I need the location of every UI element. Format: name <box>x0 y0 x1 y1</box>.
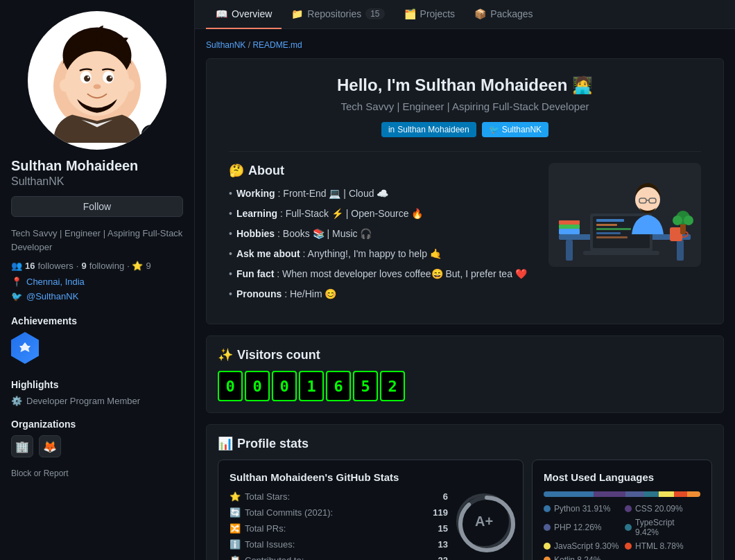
linkedin-badge[interactable]: in Sulthan Mohaideen <box>381 122 476 137</box>
svg-rect-14 <box>677 240 684 261</box>
digit-5: 5 <box>353 371 378 401</box>
issues-value: 13 <box>438 539 448 550</box>
contributed-icon: 📋 <box>230 555 241 560</box>
follow-button[interactable]: Follow <box>11 196 183 217</box>
achievements-list <box>11 332 183 364</box>
about-learning: Learning : Full-Stack ⚡ | Open-Source 🔥 <box>229 207 537 221</box>
about-hobbies: Hobbies : Books 📚 | Music 🎧 <box>229 227 537 241</box>
location-row: 📍 Chennai, India <box>11 277 183 287</box>
kotlin-bar-segment <box>687 491 700 497</box>
overview-icon: 📖 <box>216 8 227 19</box>
about-working: Working : Front-End 💻 | Cloud ☁️ <box>229 186 537 201</box>
about-ask: Ask me about : Anything!, I'm happy to h… <box>229 247 537 261</box>
svg-rect-30 <box>559 229 580 234</box>
org-icon-2[interactable]: 🦊 <box>39 435 61 457</box>
svg-point-2 <box>64 51 130 116</box>
location-link[interactable]: Chennai, India <box>26 277 85 287</box>
readme-breadcrumb: SulthanNK / README.md <box>206 40 724 50</box>
svg-rect-19 <box>596 228 631 230</box>
about-left: 🤔 About Working : Front-End 💻 | Cloud ☁️… <box>229 163 537 307</box>
followers-count[interactable]: 16 <box>25 261 35 271</box>
stats-card-title: Sulthan Mohaideen's GitHub Stats <box>230 471 448 483</box>
svg-point-34 <box>684 216 693 225</box>
kotlin-dot <box>544 557 551 560</box>
dev-illustration-box <box>548 163 701 267</box>
twitter-link[interactable]: @SulthanNK <box>26 291 78 301</box>
about-section: 🤔 About Working : Front-End 💻 | Cloud ☁️… <box>229 151 701 307</box>
svg-point-11 <box>125 79 135 91</box>
svg-point-10 <box>60 79 69 91</box>
organizations-list: 🏢 🦊 <box>11 435 183 457</box>
bar-chart-icon: 📊 <box>218 436 233 451</box>
visitors-label: Visitors count <box>237 348 320 362</box>
digit-1: 0 <box>245 371 270 401</box>
overview-label: Overview <box>232 8 272 19</box>
lang-python: Python 31.91% <box>544 504 619 514</box>
commits-label: 🔄 Total Commits (2021): <box>230 507 333 518</box>
stars-value: 6 <box>443 491 448 502</box>
lang-php: PHP 12.26% <box>544 518 619 537</box>
followers-row: 👥 16 followers · 9 following · ⭐ 9 <box>11 261 183 271</box>
profile-name: Sulthan Mohaideen <box>11 158 183 174</box>
contributed-value: 22 <box>438 555 448 560</box>
python-label: Python 31.91% <box>554 504 610 514</box>
repositories-badge: 15 <box>365 8 384 19</box>
profile-stats-label: Profile stats <box>237 437 309 451</box>
js-label: JavaScript 9.30% <box>554 541 619 551</box>
achievements-heading: Achievements <box>11 315 183 326</box>
svg-point-8 <box>110 76 112 78</box>
svg-rect-28 <box>559 220 580 225</box>
twitter-row: 🐦 @SulthanNK <box>11 291 183 301</box>
star-icon: ⭐ <box>230 491 241 502</box>
stars-label: ⭐ Total Stars: <box>230 491 290 502</box>
profile-stats-section: 📊 Profile stats Sulthan Mohaideen's GitH… <box>206 424 724 560</box>
twitter-badge[interactable]: 🐦 SulthanNK <box>482 122 548 137</box>
html-dot <box>625 543 632 550</box>
profile-bio: Tech Savvy | Engineer | Aspiring Full-St… <box>11 227 183 254</box>
tab-packages[interactable]: 📦 Packages <box>465 0 542 29</box>
digit-6: 2 <box>380 371 405 401</box>
org-icon-1[interactable]: 🏢 <box>11 435 33 457</box>
tab-overview[interactable]: 📖 Overview <box>206 0 282 29</box>
projects-label: Projects <box>420 8 456 19</box>
readme-file-link[interactable]: README.md <box>252 40 302 50</box>
grade-circle: A+ <box>456 493 512 549</box>
readme-user-link[interactable]: SulthanNK <box>206 40 245 50</box>
github-stats-card: Sulthan Mohaideen's GitHub Stats ⭐ Total… <box>218 460 524 560</box>
twitter-badge-label: SulthanNK <box>502 125 542 134</box>
css-label: CSS 20.09% <box>635 504 683 514</box>
visitors-section: ✨ Visitors count 0 0 0 1 6 5 2 <box>206 335 724 413</box>
about-funfact: Fun fact : When most developer loves cof… <box>229 267 537 281</box>
svg-rect-18 <box>596 224 617 226</box>
profile-stats-heading: 📊 Profile stats <box>218 436 712 451</box>
about-list: Working : Front-End 💻 | Cloud ☁️ Learnin… <box>229 186 537 301</box>
main-content: SulthanNK / README.md Hello, I'm Sulthan… <box>195 29 735 560</box>
tab-projects[interactable]: 🗂️ Projects <box>395 0 465 29</box>
lang-html: HTML 8.78% <box>625 541 700 551</box>
packages-label: Packages <box>490 8 533 19</box>
avatar-container: ⚙️ <box>11 11 183 150</box>
about-pronouns: Pronouns : He/Him 😊 <box>229 287 537 301</box>
ts-bar-segment <box>644 491 659 497</box>
svg-point-7 <box>87 76 89 78</box>
following-count[interactable]: 9 <box>81 261 86 271</box>
readme-subtitle: Tech Savvy | Engineer | Aspiring Full-St… <box>229 100 701 112</box>
readme-title: Hello, I'm Sulthan Mohaideen 🧑‍💻 <box>229 76 701 95</box>
block-report-link[interactable]: Block or Report <box>11 469 183 478</box>
tab-repositories[interactable]: 📁 Repositories 15 <box>282 0 394 29</box>
stat-row-stars: ⭐ Total Stars: 6 <box>230 491 448 502</box>
prs-value: 15 <box>438 523 448 534</box>
language-bar <box>544 491 700 497</box>
svg-rect-17 <box>596 219 624 222</box>
lang-css: CSS 20.09% <box>625 504 700 514</box>
html-label: HTML 8.78% <box>635 541 684 551</box>
lang-js: JavaScript 9.30% <box>544 541 619 551</box>
ts-label: TypeScript 9.42% <box>635 518 700 537</box>
stars-count: 9 <box>146 261 150 271</box>
twitter-bird-icon: 🐦 <box>489 125 499 134</box>
svg-rect-20 <box>596 232 621 234</box>
counter-digits: 0 0 0 1 6 5 2 <box>218 371 712 401</box>
social-badges: in Sulthan Mohaideen 🐦 SulthanNK <box>229 122 701 137</box>
dev-program-link[interactable]: Developer Program Member <box>26 396 140 406</box>
stat-row-commits: 🔄 Total Commits (2021): 119 <box>230 507 448 518</box>
